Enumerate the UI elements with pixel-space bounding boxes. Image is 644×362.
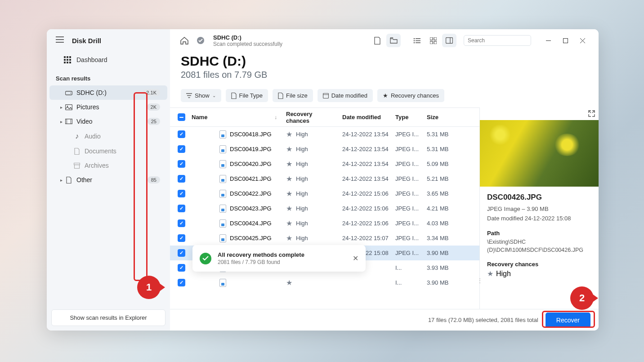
table-row[interactable]: ✓DSC00423.JPG★High24-12-2022 15:06JPEG I… bbox=[170, 201, 479, 216]
grid-view-icon[interactable] bbox=[426, 34, 440, 47]
file-type-value: JPEG I... bbox=[392, 205, 423, 212]
sidebar-item-label: Other bbox=[76, 176, 148, 183]
file-name: DSC00425.JPG bbox=[230, 235, 272, 241]
svg-rect-1 bbox=[67, 56, 68, 58]
row-checkbox[interactable]: ✓ bbox=[178, 160, 185, 168]
dashboard-label: Dashboard bbox=[76, 56, 107, 63]
minimize-button[interactable] bbox=[540, 34, 556, 47]
select-all-checkbox[interactable]: ✓ bbox=[178, 113, 185, 121]
folder-view-icon[interactable] bbox=[386, 34, 401, 47]
table-row[interactable]: ✓DSC00420.JPG★High24-12-2022 13:54JPEG I… bbox=[170, 156, 479, 171]
svg-rect-8 bbox=[69, 62, 71, 63]
table-row[interactable]: ✓DSC00425.JPG★High24-12-2022 15:07JPEG I… bbox=[170, 231, 479, 246]
count-badge: 25 bbox=[148, 118, 160, 125]
table-row[interactable]: ✓DSC00421.JPG★High24-12-2022 13:54JPEG I… bbox=[170, 171, 479, 186]
file-size-value: 5.31 MB bbox=[423, 146, 455, 152]
file-type-filter[interactable]: File Type bbox=[226, 89, 268, 102]
recovery-chance-value: High bbox=[296, 235, 308, 241]
close-button[interactable] bbox=[574, 34, 590, 47]
search-field[interactable] bbox=[468, 37, 535, 44]
column-name[interactable]: Name↓ bbox=[188, 114, 282, 121]
file-table: ✓ Name↓ Recovery chances Date modified T… bbox=[170, 107, 479, 309]
svg-rect-20 bbox=[416, 38, 420, 39]
sidebar-item-documents[interactable]: Documents bbox=[67, 144, 167, 158]
file-size-filter[interactable]: File size bbox=[273, 89, 313, 102]
table-row[interactable]: ✓DSC00422.JPG★High24-12-2022 15:06JPEG I… bbox=[170, 186, 479, 201]
sidebar-item-video[interactable]: ▸ Video 25 bbox=[49, 114, 167, 129]
dashboard-nav[interactable]: Dashboard bbox=[47, 52, 170, 68]
file-view-icon[interactable] bbox=[370, 34, 385, 47]
sidebar-item-other[interactable]: ▸ Other 85 bbox=[49, 173, 167, 187]
svg-rect-2 bbox=[69, 56, 71, 58]
toast-subtitle: 2081 files / 7.79 GB found bbox=[218, 259, 304, 265]
search-input[interactable] bbox=[464, 35, 531, 46]
jpeg-file-icon bbox=[219, 175, 226, 183]
date-modified-value: 24-12-2022 13:54 bbox=[339, 161, 392, 167]
date-modified-value: 24-12-2022 13:54 bbox=[339, 146, 392, 152]
file-size-value: 3.90 MB bbox=[423, 250, 455, 256]
sidebar-item-label: Audio bbox=[85, 133, 160, 140]
svg-rect-13 bbox=[66, 119, 72, 124]
date-modified-filter[interactable]: Date modified bbox=[318, 89, 373, 102]
recovery-chance-value: High bbox=[296, 161, 308, 167]
star-icon: ★ bbox=[286, 145, 292, 153]
chevron-right-icon: ▸ bbox=[58, 119, 64, 124]
app-title: Disk Drill bbox=[72, 37, 101, 45]
row-checkbox[interactable]: ✓ bbox=[178, 279, 185, 286]
sidebar-item-pictures[interactable]: ▸ Pictures 2K bbox=[49, 100, 167, 114]
toast-close-button[interactable]: ✕ bbox=[353, 254, 358, 263]
table-row[interactable]: ✓DSC00418.JPG★High24-12-2022 13:54JPEG I… bbox=[170, 127, 479, 142]
show-in-explorer-button[interactable]: Show scan results in Explorer bbox=[51, 309, 165, 326]
row-checkbox[interactable]: ✓ bbox=[178, 219, 185, 227]
svg-point-10 bbox=[71, 93, 72, 94]
image-icon bbox=[64, 104, 74, 110]
topbar: SDHC (D:) Scan completed successfully bbox=[170, 29, 599, 52]
app-window: Disk Drill Dashboard Scan results SDHC (… bbox=[47, 29, 599, 331]
recovery-chance-value: High bbox=[296, 131, 308, 138]
recover-button[interactable]: Recover bbox=[546, 313, 590, 328]
column-date-modified[interactable]: Date modified bbox=[339, 114, 392, 121]
row-checkbox[interactable]: ✓ bbox=[178, 264, 185, 272]
expand-icon[interactable] bbox=[588, 110, 595, 119]
date-modified-value: 24-12-2022 15:07 bbox=[339, 235, 392, 241]
column-recovery-chances[interactable]: Recovery chances bbox=[282, 111, 339, 124]
annotation-1: 1 bbox=[137, 276, 161, 299]
preview-meta-date: Date modified 24-12-2022 15:08 bbox=[487, 214, 591, 223]
table-row[interactable]: ✓DSC00419.JPG★High24-12-2022 13:54JPEG I… bbox=[170, 142, 479, 156]
file-name: DSC00423.JPG bbox=[230, 205, 272, 212]
resize-handle[interactable] bbox=[478, 274, 482, 287]
file-name: DSC00418.JPG bbox=[230, 131, 272, 138]
split-view-icon[interactable] bbox=[442, 34, 456, 47]
hamburger-icon[interactable] bbox=[56, 36, 64, 45]
column-type[interactable]: Type bbox=[392, 114, 423, 121]
sidebar-item-sdhc[interactable]: SDHC (D:) 2.1K bbox=[49, 85, 167, 100]
star-icon: ★ bbox=[286, 219, 292, 228]
list-view-icon[interactable] bbox=[410, 34, 424, 47]
calendar-icon bbox=[323, 93, 329, 98]
table-row[interactable]: ✓★I...3.90 MB bbox=[170, 275, 479, 290]
row-checkbox[interactable]: ✓ bbox=[178, 145, 185, 153]
column-size[interactable]: Size bbox=[423, 114, 455, 121]
table-row[interactable]: ✓DSC00424.JPG★High24-12-2022 15:06JPEG I… bbox=[170, 216, 479, 231]
row-checkbox[interactable]: ✓ bbox=[178, 205, 185, 212]
file-type-value: JPEG I... bbox=[392, 235, 423, 241]
sidebar-item-audio[interactable]: ♪ Audio bbox=[67, 129, 167, 144]
maximize-button[interactable] bbox=[557, 34, 573, 47]
recovery-chances-filter[interactable]: ★Recovery chances bbox=[377, 89, 444, 102]
row-checkbox[interactable]: ✓ bbox=[178, 234, 185, 242]
star-icon: ★ bbox=[286, 189, 292, 198]
home-icon[interactable] bbox=[178, 34, 191, 47]
row-checkbox[interactable]: ✓ bbox=[178, 130, 185, 138]
count-badge: 85 bbox=[148, 176, 160, 183]
file-type-value: I... bbox=[392, 279, 423, 286]
show-filter[interactable]: Show⌄ bbox=[181, 89, 221, 102]
page-subtitle: 2081 files on 7.79 GB bbox=[181, 70, 588, 80]
sidebar-item-archives[interactable]: Archives bbox=[67, 158, 167, 173]
page-title: SDHC (D:) bbox=[181, 54, 588, 69]
svg-rect-3 bbox=[64, 59, 66, 61]
row-checkbox[interactable]: ✓ bbox=[178, 190, 185, 197]
star-icon: ★ bbox=[286, 174, 292, 183]
row-checkbox[interactable]: ✓ bbox=[178, 249, 185, 257]
row-checkbox[interactable]: ✓ bbox=[178, 175, 185, 183]
path-value: \Existing\SDHC (D)\DCIM\100MSDCF\DSC0042… bbox=[487, 238, 591, 255]
